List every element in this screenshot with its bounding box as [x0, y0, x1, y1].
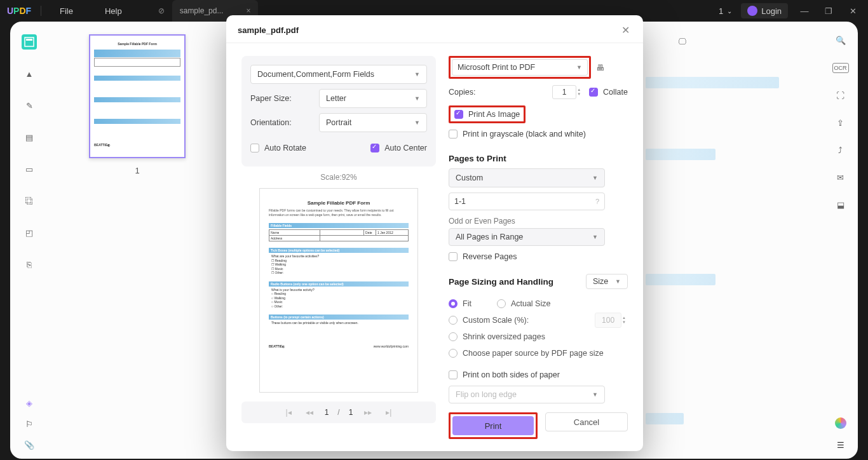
print-as-image-checkbox[interactable]: Print As Image [452, 109, 522, 120]
chevron-down-icon[interactable]: ⌄ [727, 8, 732, 15]
tab-home[interactable]: ⊘ [151, 0, 172, 22]
copies-up[interactable]: ▲ [575, 88, 583, 92]
grayscale-label: Print in grayscale (black and white) [463, 130, 586, 139]
avatar-icon [747, 6, 757, 16]
page-sep: / [337, 408, 339, 417]
orientation-value: Portrait [326, 118, 351, 127]
auto-center-checkbox[interactable]: Auto Center [370, 144, 427, 152]
print-preview: Sample Fillable PDF Form Fillable PDF fo… [259, 188, 418, 393]
highlight-printer: Microsoft Print to PDF▼ [449, 56, 591, 79]
close-window-icon[interactable]: ✕ [845, 3, 860, 18]
search-icon[interactable]: 🔍 [836, 36, 846, 45]
crop-icon[interactable]: ◰ [22, 225, 37, 240]
display-icon[interactable]: 🖵 [678, 37, 686, 46]
ocr-icon[interactable]: OCR [832, 63, 849, 73]
minimize-icon[interactable]: — [797, 3, 812, 18]
thumbnails-icon[interactable] [22, 34, 37, 50]
reverse-pages-checkbox[interactable]: Reverse Pages [449, 252, 628, 261]
scale-text: Scale:92% [241, 173, 436, 182]
save-icon[interactable]: ⬓ [837, 200, 844, 210]
print-button[interactable]: Print [452, 416, 534, 435]
first-page-icon[interactable]: |◂ [283, 407, 294, 418]
form-icon[interactable]: ▭ [22, 161, 37, 177]
shrink-radio[interactable]: Shrink oversized pages [449, 332, 628, 341]
odd-even-select[interactable]: All Pages in Range▼ [449, 228, 605, 246]
preview-title: Sample Fillable PDF Form [269, 200, 409, 206]
actual-size-radio[interactable]: Actual Size [497, 299, 551, 308]
preview-sec1: Fillable Fields [269, 223, 409, 228]
attachment-icon[interactable]: 📎 [24, 440, 34, 450]
pages-to-print-title: Pages to Print [449, 154, 628, 163]
print-settings-icon[interactable]: 🖶 [596, 63, 604, 72]
pages-mode-value: Custom [456, 173, 483, 182]
paper-size-select[interactable]: Letter▼ [319, 89, 427, 108]
odd-even-label: Odd or Even Pages [449, 217, 628, 226]
export-icon[interactable]: ⇪ [837, 118, 844, 128]
dialog-title: sample_pdf.pdf [238, 25, 299, 35]
mail-icon[interactable]: ✉ [837, 173, 844, 182]
prev-page-icon[interactable]: ◂◂ [303, 407, 316, 418]
thumbnail-panel: Sample Fillable PDF Form BEATTIE◐ 1 [55, 34, 220, 175]
ai-icon[interactable] [835, 417, 846, 429]
fit-label: Fit [463, 299, 471, 308]
page-current[interactable]: 1 [325, 408, 329, 417]
page-range-input[interactable]: 1-1? [449, 193, 605, 210]
content-select-value: Document,Comment,Form Fields [257, 70, 374, 79]
copies-input[interactable] [552, 85, 576, 99]
preview-sec2: Tick Boxes (multiple options can be sele… [269, 248, 409, 253]
extract-icon[interactable]: ⎘ [22, 257, 37, 272]
sizing-title: Page Sizing and Handling [449, 277, 553, 287]
highlight-print-button: Print [449, 412, 538, 439]
bookmark-icon[interactable]: ⚐ [25, 419, 33, 429]
actual-size-label: Actual Size [511, 299, 551, 308]
close-icon[interactable]: × [246, 6, 250, 15]
settings-icon[interactable]: ☰ [837, 440, 844, 450]
scale-down[interactable]: ▼ [620, 320, 628, 325]
paper-size-label: Paper Size: [250, 94, 292, 103]
page-thumbnail[interactable]: Sample Fillable PDF Form BEATTIE◐ [89, 34, 186, 158]
print-as-image-label: Print As Image [468, 110, 520, 119]
layers-icon[interactable]: ◈ [26, 398, 32, 408]
both-sides-label: Print on both sides of paper [463, 370, 560, 379]
help-icon[interactable]: ? [595, 198, 599, 205]
close-icon[interactable]: ✕ [619, 24, 632, 36]
printer-select[interactable]: Microsoft Print to PDF▼ [452, 59, 588, 76]
choose-source-radio[interactable]: Choose paper source by PDF page size [449, 349, 628, 358]
preview-pager: |◂ ◂◂ 1 / 1 ▸▸ ▸| [241, 402, 436, 423]
custom-scale-label: Custom Scale (%): [463, 316, 529, 325]
cancel-button[interactable]: Cancel [545, 412, 628, 431]
snapshot-icon[interactable]: ⛶ [836, 91, 844, 100]
auto-rotate-checkbox[interactable]: Auto Rotate [250, 144, 306, 152]
menu-help[interactable]: Help [89, 0, 138, 22]
collate-checkbox[interactable]: Collate [589, 88, 628, 97]
fit-radio[interactable]: Fit [449, 299, 471, 308]
menu-file[interactable]: File [44, 0, 89, 22]
grayscale-checkbox[interactable]: Print in grayscale (black and white) [449, 130, 628, 139]
both-sides-checkbox[interactable]: Print on both sides of paper [449, 370, 628, 379]
paper-size-value: Letter [326, 94, 346, 103]
highlighter-icon[interactable]: ▲ [22, 66, 37, 81]
copies-down[interactable]: ▼ [575, 92, 583, 97]
login-label: Login [761, 6, 782, 16]
login-button[interactable]: Login [741, 3, 788, 18]
highlight-print-image: Print As Image [449, 105, 526, 123]
print-button-label: Print [485, 421, 502, 431]
next-page-icon[interactable]: ▸▸ [362, 407, 374, 418]
page-total: 1 [349, 408, 353, 417]
scale-up[interactable]: ▲ [620, 316, 628, 320]
bookmark-list-icon[interactable]: ▤ [22, 130, 37, 145]
custom-scale-radio[interactable]: Custom Scale (%): [449, 316, 529, 325]
orientation-select[interactable]: Portrait▼ [319, 113, 427, 132]
text-edit-icon[interactable]: ✎ [22, 98, 37, 113]
custom-scale-input[interactable] [595, 313, 621, 328]
flip-select[interactable]: Flip on long edge▼ [449, 386, 605, 403]
last-page-icon[interactable]: ▸| [383, 407, 394, 418]
auto-center-label: Auto Center [384, 144, 427, 152]
content-select[interactable]: Document,Comment,Form Fields▼ [250, 65, 427, 84]
maximize-icon[interactable]: ❐ [821, 3, 836, 18]
size-select[interactable]: Size▼ [586, 274, 628, 289]
pages-mode-select[interactable]: Custom▼ [449, 168, 605, 187]
share-icon[interactable]: ⤴ [838, 145, 843, 155]
copy-icon[interactable]: ⿻ [22, 193, 37, 208]
app-logo: UPDF [0, 6, 38, 16]
